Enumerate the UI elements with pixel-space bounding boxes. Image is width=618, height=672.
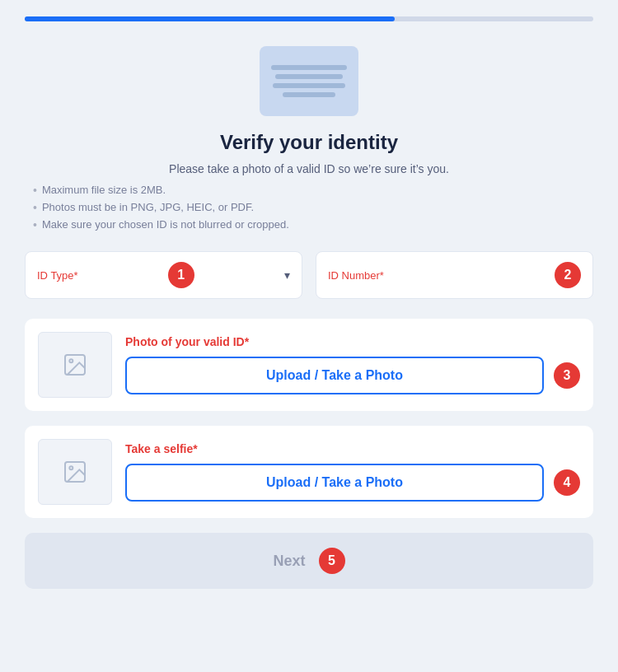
next-button-label: Next: [273, 553, 305, 570]
id-number-field[interactable]: ID Number* 2: [316, 251, 593, 299]
id-type-badge: 1: [168, 262, 194, 288]
id-type-field[interactable]: ID Type* 1 ▾: [25, 251, 302, 299]
id-number-badge: 2: [555, 262, 581, 288]
svg-point-3: [69, 467, 73, 470]
doc-line-4: [283, 92, 335, 97]
selfie-placeholder: [38, 439, 112, 505]
next-button[interactable]: Next 5: [25, 533, 593, 589]
id-photo-section: Photo of your valid ID* Upload / Take a …: [25, 319, 593, 411]
requirement-1: Maximum file size is 2MB.: [33, 184, 593, 198]
document-icon: [25, 46, 593, 116]
requirement-3: Make sure your chosen ID is not blurred …: [33, 218, 593, 232]
id-photo-label: Photo of your valid ID*: [125, 335, 580, 348]
requirement-2: Photos must be in PNG, JPG, HEIC, or PDF…: [33, 201, 593, 215]
selfie-label: Take a selfie*: [125, 442, 580, 455]
id-number-label: ID Number*: [328, 269, 384, 282]
selfie-image-icon: [62, 459, 88, 485]
page-title: Verify your identity: [25, 131, 593, 154]
selfie-badge: 4: [554, 469, 580, 496]
id-photo-placeholder: [38, 332, 112, 398]
page-subtitle: Please take a photo of a valid ID so we’…: [25, 162, 593, 175]
image-icon: [62, 352, 88, 378]
form-row: ID Type* 1 ▾ ID Number* 2: [25, 251, 593, 299]
progress-bar-container: [25, 16, 593, 21]
selfie-upload-row: Upload / Take a Photo 4: [125, 464, 580, 502]
dropdown-arrow-icon: ▾: [284, 268, 290, 282]
id-photo-upload-row: Upload / Take a Photo 3: [125, 357, 580, 394]
id-photo-badge: 3: [554, 362, 580, 389]
progress-bar-fill: [25, 16, 395, 21]
doc-line-1: [271, 65, 347, 70]
selfie-upload-button[interactable]: Upload / Take a Photo: [125, 464, 544, 502]
page-container: Verify your identity Please take a photo…: [0, 0, 618, 672]
svg-point-1: [69, 360, 73, 363]
requirements-list: Maximum file size is 2MB. Photos must be…: [25, 184, 593, 231]
doc-line-3: [273, 83, 344, 88]
id-type-label: ID Type*: [37, 269, 78, 282]
selfie-section: Take a selfie* Upload / Take a Photo 4: [25, 426, 593, 518]
id-photo-content: Photo of your valid ID* Upload / Take a …: [125, 335, 580, 394]
next-badge: 5: [319, 548, 345, 574]
doc-line-2: [275, 74, 344, 79]
id-photo-upload-button[interactable]: Upload / Take a Photo: [125, 357, 544, 394]
selfie-content: Take a selfie* Upload / Take a Photo 4: [125, 442, 580, 502]
doc-icon-box: [260, 46, 358, 116]
next-btn-container: Next 5: [25, 533, 593, 589]
